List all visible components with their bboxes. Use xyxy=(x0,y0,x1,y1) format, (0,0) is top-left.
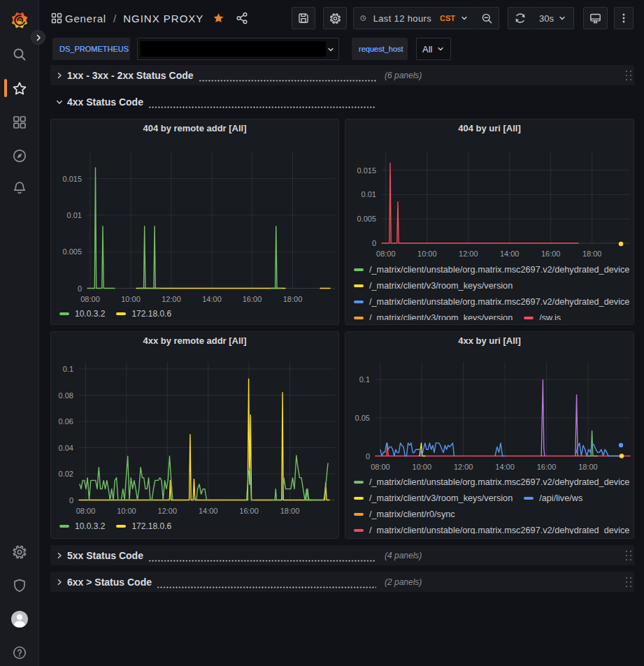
svg-text:12:00: 12:00 xyxy=(158,507,178,515)
svg-text:12:00: 12:00 xyxy=(454,463,473,471)
svg-text:0.005: 0.005 xyxy=(357,215,376,223)
svg-text:0.1: 0.1 xyxy=(63,365,73,373)
svg-text:0.05: 0.05 xyxy=(355,414,370,422)
svg-text:14:00: 14:00 xyxy=(202,295,222,303)
svg-text:10:00: 10:00 xyxy=(117,507,136,515)
svg-text:16:00: 16:00 xyxy=(239,507,259,515)
svg-text:0.1: 0.1 xyxy=(359,375,370,384)
svg-text:10:00: 10:00 xyxy=(417,249,437,258)
svg-text:14:00: 14:00 xyxy=(495,463,515,471)
svg-text:08:00: 08:00 xyxy=(76,507,96,515)
svg-text:0: 0 xyxy=(69,496,73,505)
svg-text:14:00: 14:00 xyxy=(199,507,218,515)
svg-text:0.015: 0.015 xyxy=(357,166,376,175)
svg-text:12:00: 12:00 xyxy=(459,249,478,258)
svg-text:0.01: 0.01 xyxy=(362,190,376,198)
svg-text:16:00: 16:00 xyxy=(537,463,557,471)
svg-text:0.06: 0.06 xyxy=(59,417,73,426)
svg-text:16:00: 16:00 xyxy=(541,249,561,258)
svg-text:16:00: 16:00 xyxy=(243,295,262,303)
svg-text:0: 0 xyxy=(372,239,376,247)
svg-text:0.005: 0.005 xyxy=(62,247,82,256)
svg-text:0.015: 0.015 xyxy=(62,175,82,183)
svg-text:0.04: 0.04 xyxy=(59,444,73,452)
svg-text:08:00: 08:00 xyxy=(376,249,396,258)
svg-text:0.02: 0.02 xyxy=(59,470,73,478)
svg-text:12:00: 12:00 xyxy=(162,295,181,303)
svg-text:18:00: 18:00 xyxy=(280,507,300,515)
svg-text:10:00: 10:00 xyxy=(413,463,432,471)
svg-text:0: 0 xyxy=(366,452,370,461)
svg-text:18:00: 18:00 xyxy=(582,249,602,258)
svg-text:10:00: 10:00 xyxy=(121,295,141,303)
svg-text:08:00: 08:00 xyxy=(80,295,100,303)
svg-text:14:00: 14:00 xyxy=(500,249,520,258)
svg-text:0.08: 0.08 xyxy=(59,391,73,400)
svg-text:0: 0 xyxy=(78,284,82,293)
svg-text:0.01: 0.01 xyxy=(67,211,82,219)
svg-text:08:00: 08:00 xyxy=(371,463,390,471)
svg-text:18:00: 18:00 xyxy=(283,295,303,303)
svg-text:18:00: 18:00 xyxy=(578,463,598,471)
